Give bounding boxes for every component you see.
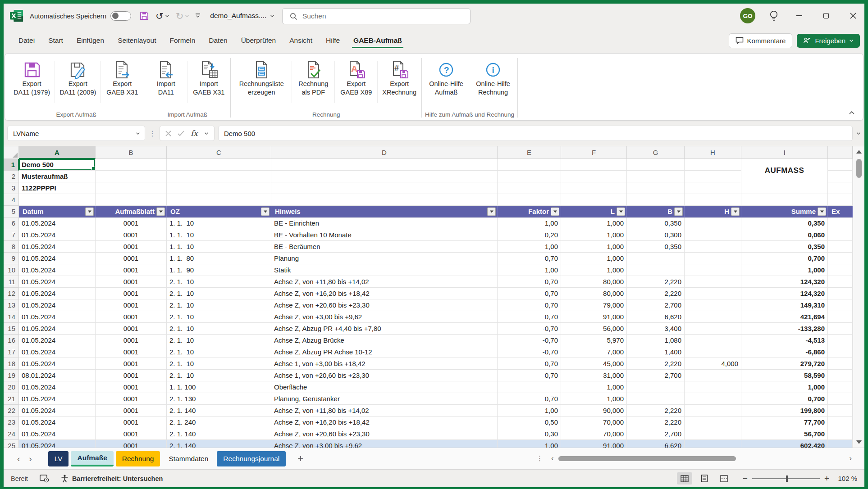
cell-I7[interactable]: 0,060 (741, 229, 828, 241)
cell-H17[interactable] (685, 346, 741, 358)
cell-E12[interactable]: 0,70 (498, 288, 561, 299)
zoom-slider[interactable] (752, 478, 820, 479)
cell-B13[interactable]: 0001 (96, 299, 167, 311)
cell-A3[interactable]: 1122PPPPI (19, 182, 96, 194)
online-hilfe-aufmass-button[interactable]: ? Online-Hilfe Aufmaß (423, 55, 470, 109)
row-header-17[interactable]: 17 (4, 346, 19, 358)
cell-C19[interactable]: 2. 1. 10 (167, 370, 271, 381)
row-header-16[interactable]: 16 (4, 335, 19, 346)
cell-I15[interactable]: -133,280 (741, 323, 828, 335)
cell-D21[interactable]: Planung, Gerüstanker (271, 393, 498, 405)
cell-C10[interactable]: 1. 1. 90 (167, 264, 271, 276)
cell-A12[interactable]: 01.05.2024 (19, 288, 96, 299)
cell-D14[interactable]: Achse Z, von +3,00 bis +9,62 (271, 311, 498, 323)
cell-H14[interactable] (685, 311, 741, 323)
cell-C2[interactable] (167, 171, 271, 182)
cell-B20[interactable]: 0001 (96, 381, 167, 393)
maximize-button[interactable] (819, 9, 833, 23)
cell-X10[interactable] (828, 264, 853, 276)
row-header-11[interactable]: 11 (4, 276, 19, 288)
cell-F22[interactable]: 90,000 (561, 405, 627, 417)
row-header-7[interactable]: 7 (4, 229, 19, 241)
row-header-18[interactable]: 18 (4, 358, 19, 370)
cell-A6[interactable]: 01.05.2024 (19, 217, 96, 229)
cell-C22[interactable]: 2. 1. 140 (167, 405, 271, 417)
cell-X21[interactable] (828, 393, 853, 405)
zoom-in-button[interactable]: + (824, 474, 829, 484)
filter-dropdown-icon[interactable] (551, 207, 559, 216)
cell-B23[interactable]: 0001 (96, 417, 167, 428)
cell-E23[interactable]: 0,50 (498, 417, 561, 428)
filter-dropdown-icon[interactable] (85, 207, 94, 216)
column-header-H[interactable]: H (685, 146, 741, 159)
cell-E4[interactable] (498, 194, 561, 206)
drag-handle-icon[interactable]: ⋮ (149, 129, 156, 138)
cell-B22[interactable]: 0001 (96, 405, 167, 417)
cell-G6[interactable]: 0,350 (627, 217, 685, 229)
cell-C24[interactable]: 2. 1. 140 (167, 428, 271, 440)
cell-X7[interactable] (828, 229, 853, 241)
cell-D22[interactable]: Achse Z, von +11,80 bis +14,02 (271, 405, 498, 417)
cell-F19[interactable]: 31,000 (561, 370, 627, 381)
cell-X22[interactable] (828, 405, 853, 417)
cell-B6[interactable]: 0001 (96, 217, 167, 229)
autosave-toggle[interactable] (110, 11, 131, 21)
cell-C1[interactable] (167, 159, 271, 171)
column-header-C[interactable]: C (167, 146, 271, 159)
cell-E6[interactable]: 1,00 (498, 217, 561, 229)
cell-D10[interactable]: Statik (271, 264, 498, 276)
cell-A13[interactable]: 01.05.2024 (19, 299, 96, 311)
cell-H24[interactable] (685, 428, 741, 440)
cell-G15[interactable]: 3,400 (627, 323, 685, 335)
cell-I20[interactable]: 1,000 (741, 381, 828, 393)
cell-H9[interactable] (685, 253, 741, 264)
online-hilfe-rechnung-button[interactable]: i Online-Hilfe Rechnung (470, 55, 516, 109)
cell-F2[interactable] (561, 171, 627, 182)
cell-E1[interactable] (498, 159, 561, 171)
cell-H21[interactable] (685, 393, 741, 405)
cell-C3[interactable] (167, 182, 271, 194)
cell-H2[interactable] (685, 171, 741, 182)
cell-F25[interactable]: 91,000 (561, 440, 627, 448)
cell-E9[interactable]: 0,70 (498, 253, 561, 264)
export-da11-1979-button[interactable]: Export DA11 (1979) (9, 55, 54, 109)
cell-I16[interactable]: -4,513 (741, 335, 828, 346)
cell-B14[interactable]: 0001 (96, 311, 167, 323)
export-gaeb-x31-button[interactable]: Export GAEB X31 (101, 55, 143, 109)
row-header-10[interactable]: 10 (4, 264, 19, 276)
cell-C8[interactable]: 1. 1. 10 (167, 241, 271, 253)
row-header-14[interactable]: 14 (4, 311, 19, 323)
cell-A2[interactable]: Musteraufmaß (19, 171, 96, 182)
cell-I17[interactable]: -6,860 (741, 346, 828, 358)
freigeben-button[interactable]: Freigeben (797, 34, 860, 48)
cell-A1[interactable]: Demo 500 (19, 159, 96, 171)
cell-B19[interactable]: 0001 (96, 370, 167, 381)
tab-hilfe[interactable]: Hilfe (319, 32, 347, 49)
customize-toolbar-icon[interactable] (196, 14, 200, 18)
table-header-oz[interactable]: OZ (167, 206, 271, 217)
enter-icon[interactable] (178, 131, 184, 136)
cell-I14[interactable]: 421,694 (741, 311, 828, 323)
cell-F21[interactable]: 1,000 (561, 393, 627, 405)
filter-dropdown-icon[interactable] (487, 207, 496, 216)
cell-D4[interactable] (271, 194, 498, 206)
cell-X18[interactable] (828, 358, 853, 370)
cell-I18[interactable]: 279,720 (741, 358, 828, 370)
cell-G9[interactable] (627, 253, 685, 264)
cell-G4[interactable] (627, 194, 685, 206)
tab-datei[interactable]: Datei (12, 32, 41, 49)
column-header-G[interactable]: G (627, 146, 685, 159)
cell-B8[interactable]: 0001 (96, 241, 167, 253)
cell-E13[interactable]: 0,70 (498, 299, 561, 311)
filter-dropdown-icon[interactable] (818, 207, 826, 216)
row-header-21[interactable]: 21 (4, 393, 19, 405)
cell-H19[interactable] (685, 370, 741, 381)
cell-A7[interactable]: 01.05.2024 (19, 229, 96, 241)
cell-C14[interactable]: 2. 1. 10 (167, 311, 271, 323)
cell-A9[interactable]: 01.05.2024 (19, 253, 96, 264)
column-header-A[interactable]: A (19, 146, 96, 159)
sheet-tab-aufmasse[interactable]: Aufmaße (71, 451, 113, 466)
cell-B15[interactable]: 0001 (96, 323, 167, 335)
cell-H15[interactable] (685, 323, 741, 335)
cell-E22[interactable]: 1,00 (498, 405, 561, 417)
